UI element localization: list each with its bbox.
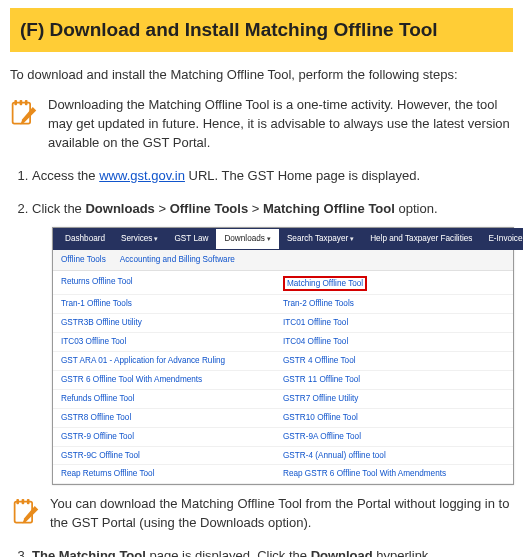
tool-link[interactable]: Reap GSTR 6 Offline Tool With Amendments [283, 468, 505, 480]
note-text: You can download the Matching Offline To… [50, 495, 513, 533]
nav-tab-help[interactable]: Help and Taxpayer Facilities [362, 229, 480, 249]
tool-link[interactable]: ITC01 Offline Tool [283, 317, 505, 329]
svg-rect-6 [16, 499, 19, 504]
nav-tab-dashboard[interactable]: Dashboard [57, 229, 113, 249]
tool-link[interactable]: GSTR3B Offline Utility [61, 317, 283, 329]
tool-link[interactable]: Refunds Offline Tool [61, 393, 283, 405]
tool-link[interactable]: ITC04 Offline Tool [283, 336, 505, 348]
matching-tool-page-label: The Matching Tool [32, 548, 146, 557]
tool-link-highlighted[interactable]: Matching Offline Tool [283, 276, 367, 292]
step-item: Access the www.gst.gov.in URL. The GST H… [32, 167, 513, 186]
section-heading: (F) Download and Install Matching Offlin… [10, 8, 513, 52]
step-item: The Matching Tool page is displayed. Cli… [32, 547, 513, 557]
gst-url-link[interactable]: www.gst.gov.in [99, 168, 185, 183]
notepad-pencil-icon [12, 497, 40, 527]
step-text: URL. The GST Home page is displayed. [185, 168, 420, 183]
tool-link[interactable]: GSTR-9A Offline Tool [283, 431, 505, 443]
tool-link[interactable]: GST ARA 01 - Application for Advance Rul… [61, 355, 283, 367]
breadcrumb-downloads: Downloads [85, 201, 154, 216]
screenshot-mock: Dashboard Services GST Law Downloads Sea… [52, 227, 514, 486]
notepad-pencil-icon [10, 98, 38, 128]
download-hyperlink-label: Download [311, 548, 373, 557]
note-text: Downloading the Matching Offline Tool is… [48, 96, 513, 153]
tool-link[interactable]: GSTR-4 (Annual) offline tool [283, 450, 505, 462]
tool-link[interactable]: GSTR10 Offline Tool [283, 412, 505, 424]
svg-rect-8 [27, 499, 30, 504]
heading-text: (F) Download and Install Matching Offlin… [20, 19, 438, 40]
step-text: Access the [32, 168, 99, 183]
tool-link[interactable]: Tran-1 Offline Tools [61, 298, 283, 310]
sub-nav-bar: Offline Tools Accounting and Billing Sof… [53, 250, 513, 271]
tool-link[interactable]: GSTR 4 Offline Tool [283, 355, 505, 367]
breadcrumb-offline-tools: Offline Tools [170, 201, 248, 216]
subnav-offline-tools[interactable]: Offline Tools [61, 254, 106, 266]
breadcrumb-sep: > [248, 201, 263, 216]
tool-link[interactable]: GSTR7 Offline Utility [283, 393, 505, 405]
tool-link[interactable]: GSTR 11 Offline Tool [283, 374, 505, 386]
svg-rect-2 [20, 100, 23, 105]
step-text: page is displayed. Click the [146, 548, 311, 557]
tools-grid: Returns Offline ToolMatching Offline Too… [53, 271, 513, 485]
svg-rect-7 [22, 499, 25, 504]
subnav-accounting-billing[interactable]: Accounting and Billing Software [120, 254, 235, 266]
intro-paragraph: To download and install the Matching Off… [10, 66, 513, 85]
note-block: You can download the Matching Offline To… [12, 495, 513, 533]
nav-tab-services[interactable]: Services [113, 229, 166, 249]
tool-link[interactable]: Reap Returns Offline Tool [61, 468, 283, 480]
tool-link[interactable]: GSTR-9 Offline Tool [61, 431, 283, 443]
nav-tab-gst-law[interactable]: GST Law [166, 229, 216, 249]
step-item: Click the Downloads > Offline Tools > Ma… [32, 200, 513, 533]
nav-tab-downloads[interactable]: Downloads [216, 229, 278, 249]
step-text: Click the [32, 201, 85, 216]
step-text: hyperlink. [373, 548, 432, 557]
steps-list: Access the www.gst.gov.in URL. The GST H… [10, 167, 513, 557]
step-text: option. [395, 201, 438, 216]
tool-link[interactable]: Returns Offline Tool [61, 276, 283, 292]
note-block: Downloading the Matching Offline Tool is… [10, 96, 513, 153]
nav-tab-einvoice[interactable]: E-Invoice [480, 229, 523, 249]
breadcrumb-matching-tool: Matching Offline Tool [263, 201, 395, 216]
top-nav-bar: Dashboard Services GST Law Downloads Sea… [53, 228, 523, 250]
svg-rect-1 [14, 100, 17, 105]
tool-link[interactable]: GSTR8 Offline Tool [61, 412, 283, 424]
tool-link[interactable]: Tran-2 Offline Tools [283, 298, 505, 310]
tool-link[interactable]: GSTR 6 Offline Tool With Amendments [61, 374, 283, 386]
tool-link[interactable]: GSTR-9C Offline Tool [61, 450, 283, 462]
nav-tab-search-taxpayer[interactable]: Search Taxpayer [279, 229, 362, 249]
svg-rect-3 [25, 100, 28, 105]
tool-link[interactable]: ITC03 Offline Tool [61, 336, 283, 348]
breadcrumb-sep: > [155, 201, 170, 216]
